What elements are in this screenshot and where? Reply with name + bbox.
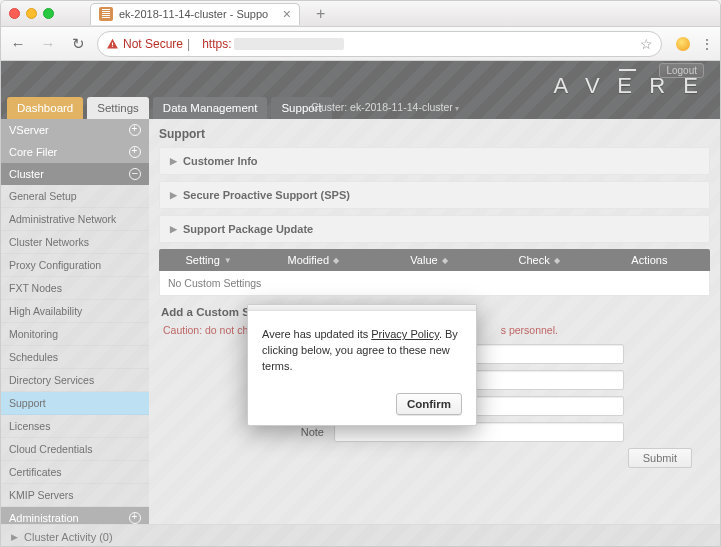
tab-title: ek-2018-11-14-cluster - Suppo bbox=[119, 8, 268, 20]
url-scheme: https: bbox=[202, 37, 231, 51]
submit-button[interactable]: Submit bbox=[628, 448, 692, 468]
sidebar-item-licenses[interactable]: Licenses bbox=[1, 415, 149, 438]
favicon-icon bbox=[99, 7, 113, 21]
warning-triangle-icon bbox=[106, 37, 119, 50]
tab-settings[interactable]: Settings bbox=[87, 97, 149, 119]
panel-customer-info[interactable]: ▶Customer Info bbox=[159, 147, 710, 175]
col-setting[interactable]: Setting bbox=[186, 254, 220, 266]
forward-button[interactable]: → bbox=[37, 33, 59, 55]
col-modified[interactable]: Modified bbox=[287, 254, 329, 266]
sidebar-group-corefiler[interactable]: Core Filer bbox=[1, 141, 149, 163]
sidebar-item-kmip-servers[interactable]: KMIP Servers bbox=[1, 484, 149, 507]
address-bar: ← → ↻ Not Secure | https: ☆ ⋮ bbox=[1, 27, 720, 61]
sidebar-group-cluster[interactable]: Cluster bbox=[1, 163, 149, 185]
tab-dashboard[interactable]: Dashboard bbox=[7, 97, 83, 119]
url-separator: | bbox=[187, 37, 190, 51]
extension-icon[interactable] bbox=[676, 37, 690, 51]
url-redacted bbox=[234, 38, 344, 50]
back-button[interactable]: ← bbox=[7, 33, 29, 55]
cluster-activity-label: Cluster Activity (0) bbox=[24, 531, 113, 543]
sort-icon: ◆ bbox=[442, 256, 448, 265]
col-actions: Actions bbox=[631, 254, 667, 266]
sidebar-item-directory-services[interactable]: Directory Services bbox=[1, 369, 149, 392]
app-header: Logout A V E R E Dashboard Settings Data… bbox=[1, 61, 720, 119]
settings-table-header: Setting▼ Modified◆ Value◆ Check◆ Actions bbox=[159, 249, 710, 271]
chevron-down-icon: ▾ bbox=[455, 104, 459, 113]
browser-tab[interactable]: ek-2018-11-14-cluster - Suppo × bbox=[90, 3, 300, 25]
panel-package-update[interactable]: ▶Support Package Update bbox=[159, 215, 710, 243]
sort-icon: ◆ bbox=[333, 256, 339, 265]
chevron-right-icon: ▶ bbox=[170, 190, 177, 200]
privacy-policy-modal: Avere has updated its Privacy Policy. By… bbox=[247, 304, 477, 426]
chevron-right-icon: ▶ bbox=[170, 224, 177, 234]
sidebar-item-cloud-credentials[interactable]: Cloud Credentials bbox=[1, 438, 149, 461]
sidebar-item-monitoring[interactable]: Monitoring bbox=[1, 323, 149, 346]
confirm-button[interactable]: Confirm bbox=[396, 393, 462, 415]
sidebar-item-schedules[interactable]: Schedules bbox=[1, 346, 149, 369]
url-box[interactable]: Not Secure | https: ☆ bbox=[97, 31, 662, 57]
expand-icon bbox=[129, 146, 141, 158]
privacy-policy-link[interactable]: Privacy Policy bbox=[371, 328, 439, 340]
browser-menu-icon[interactable]: ⋮ bbox=[700, 36, 712, 52]
chevron-right-icon: ▶ bbox=[11, 532, 18, 542]
mac-close-button[interactable] bbox=[9, 8, 20, 19]
sidebar-item-cluster-networks[interactable]: Cluster Networks bbox=[1, 231, 149, 254]
form-label-note: Note bbox=[159, 426, 334, 438]
tab-data-management[interactable]: Data Management bbox=[153, 97, 268, 119]
sidebar-item-high-availability[interactable]: High Availability bbox=[1, 300, 149, 323]
panel-sps[interactable]: ▶Secure Proactive Support (SPS) bbox=[159, 181, 710, 209]
sidebar-item-fxt-nodes[interactable]: FXT Nodes bbox=[1, 277, 149, 300]
titlebar: ek-2018-11-14-cluster - Suppo × + bbox=[1, 1, 720, 27]
sort-icon: ◆ bbox=[554, 256, 560, 265]
sidebar-item-proxy-configuration[interactable]: Proxy Configuration bbox=[1, 254, 149, 277]
tab-close-icon[interactable]: × bbox=[283, 8, 291, 20]
brand-logo: A V E R E bbox=[553, 73, 704, 99]
bookmark-star-icon[interactable]: ☆ bbox=[640, 36, 653, 52]
col-check[interactable]: Check bbox=[519, 254, 550, 266]
page-title: Support bbox=[159, 127, 710, 141]
sidebar-item-general-setup[interactable]: General Setup bbox=[1, 185, 149, 208]
mac-maximize-button[interactable] bbox=[43, 8, 54, 19]
cluster-activity-bar[interactable]: ▶ Cluster Activity (0) bbox=[1, 524, 720, 547]
settings-table-empty: No Custom Settings bbox=[159, 271, 710, 296]
expand-icon bbox=[129, 512, 141, 524]
mac-minimize-button[interactable] bbox=[26, 8, 37, 19]
expand-icon bbox=[129, 124, 141, 136]
chevron-right-icon: ▶ bbox=[170, 156, 177, 166]
sidebar-item-support[interactable]: Support bbox=[1, 392, 149, 415]
cluster-breadcrumb[interactable]: Cluster: ek-2018-11-14-cluster▾ bbox=[311, 101, 459, 113]
sidebar-item-administrative-network[interactable]: Administrative Network bbox=[1, 208, 149, 231]
sidebar-group-vserver[interactable]: VServer bbox=[1, 119, 149, 141]
sidebar: VServer Core Filer Cluster General Setup… bbox=[1, 119, 149, 547]
new-tab-button[interactable]: + bbox=[316, 5, 325, 23]
reload-button[interactable]: ↻ bbox=[67, 33, 89, 55]
sort-icon: ▼ bbox=[224, 256, 232, 265]
modal-message: Avere has updated its Privacy Policy. By… bbox=[262, 327, 462, 375]
collapse-icon bbox=[129, 168, 141, 180]
security-warning: Not Secure bbox=[106, 37, 183, 51]
sidebar-item-certificates[interactable]: Certificates bbox=[1, 461, 149, 484]
col-value[interactable]: Value bbox=[410, 254, 437, 266]
